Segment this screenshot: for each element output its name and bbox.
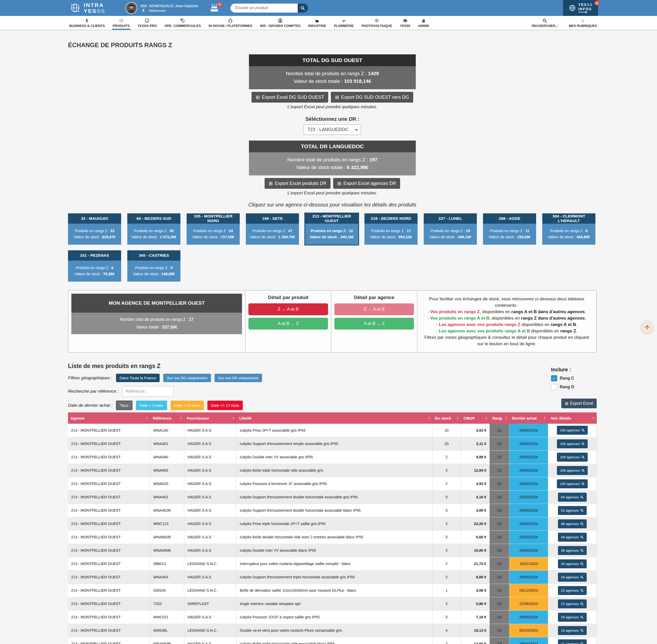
nav-item-industrie[interactable]: INDUSTRIE [308, 16, 327, 30]
nav-item-rechercher[interactable]: RECHERCHER... [531, 16, 559, 30]
agency-card-105-montpellier-nord[interactable]: 105 - MONTPELLIER NORDProduits en rangs … [187, 213, 240, 245]
reference-link[interactable]: WNA682B [150, 530, 184, 544]
voir-details-button[interactable]: 158 agences [557, 439, 588, 448]
nav-item-in-house-plateformes[interactable]: IN HOUSE / PLATEFORMES [208, 16, 253, 30]
reference-search-input[interactable] [123, 386, 174, 396]
filter-date-17-mois-button[interactable]: Date >= 17 mois [207, 400, 243, 410]
avatar[interactable] [126, 2, 137, 14]
voir-details-button[interactable]: 51 agences [558, 506, 587, 515]
agence-z-vers-ab-button[interactable]: Z → A et B [334, 303, 414, 315]
reference-link[interactable]: WNA683 [150, 464, 184, 477]
agency-card-198-sete[interactable]: 198 - SETEProduits en rangs Z : 47Valeur… [246, 213, 299, 245]
birthday-cake-button[interactable]: 11 [210, 4, 219, 12]
voir-details-button[interactable]: 106 agences [557, 466, 588, 475]
agency-card-304-clermont-l-herault[interactable]: 304 - CLERMONT L'HERAULTProduits en rang… [542, 213, 595, 245]
column-header-en-stock[interactable]: En stock▴▾ [433, 412, 461, 424]
agency-card-288-agde[interactable]: 288 - AGDEProduits en rangs Z : 11Valeur… [483, 213, 536, 245]
agency-card-title: 331 - PEZENAS [68, 250, 121, 260]
reference-link[interactable]: WNC021 [150, 611, 184, 624]
agency-card-345-castries[interactable]: 345 - CASTRIESProduits en rangs Z : 5Val… [127, 250, 180, 282]
filter-sur-ma-dg-uniquement-button[interactable]: Sur ma DG uniquement [163, 374, 211, 382]
agency-card-218-beziers-nord[interactable]: 218 - BEZIERS NORDProduits en rangs Z : … [365, 213, 418, 245]
agency-card-213-montpellier-ouest[interactable]: 213 - MONTPELLIER OUESTProduits en rangs… [305, 213, 358, 245]
export-excel-produits-dr-button[interactable]: ⊞Export Excel produits DR [265, 178, 331, 189]
export-dg-vers-dg-button[interactable]: ⊞Export DG SUD OUEST vers DG [331, 92, 413, 102]
column-header-fournisseur[interactable]: Fournisseur▴▾ [184, 412, 237, 424]
voir-details-button[interactable]: 109 agences [557, 453, 588, 462]
voir-details-button[interactable]: 15 agences [558, 626, 587, 635]
agence-ab-vers-z-button[interactable]: A et B → Z [334, 318, 414, 329]
export-excel-dg-button[interactable]: ⊞Export Excel DG SUD OUEST [251, 92, 328, 102]
agency-card-227-lunel[interactable]: 227 - LUNELProduits en rangs Z : 15Valeu… [424, 213, 477, 245]
filter-date-3-mois-button[interactable]: Date < 3 mois [136, 400, 167, 410]
export-excel-agences-dr-button[interactable]: ⊞Export Excel agences DR [333, 178, 400, 189]
reference-link[interactable]: 069538L [150, 624, 184, 637]
nav-item-mes-rubriques[interactable]: ☆ MES RUBRIQUES [568, 16, 597, 30]
nav-item-produits[interactable]: PRODUITS [112, 16, 130, 30]
agency-card-60-beziers-sud[interactable]: 60 - BEZIERS SUDProduits en rangs Z : 32… [127, 213, 180, 245]
voir-details-button[interactable]: 44 agences [558, 533, 587, 542]
intra-yesss-logo[interactable]: INTRA YESSS [69, 2, 106, 14]
reference-link[interactable]: WNA402B [150, 504, 184, 517]
voir-details-button[interactable]: 36 agences [558, 546, 587, 555]
filter-dans-toute-la-france-button[interactable]: Dans Toute la France [116, 374, 160, 382]
voir-details-button[interactable]: 35 agences [558, 559, 587, 568]
reference-link[interactable]: WNA402 [150, 490, 184, 504]
rang-c-checkbox[interactable]: ✓ [551, 375, 557, 382]
column-header-dernier-achat[interactable]: Dernier achat▴▾ [509, 412, 548, 424]
reference-link[interactable]: 086013 [150, 557, 184, 570]
column-header-voir-d-tails[interactable]: Voir détails▴▾ [548, 412, 596, 424]
product-search-input[interactable] [231, 4, 298, 13]
nav-item-business-clients[interactable]: € BUSINESS & CLIENTS [69, 16, 106, 30]
voir-details-button[interactable]: 26 agences [558, 573, 587, 582]
voir-details-button[interactable]: 20 agences [558, 613, 587, 622]
product-search-button[interactable] [298, 4, 308, 13]
yesss-infos-button[interactable]: YESSS INFOS 11 [563, 0, 598, 16]
reference-link[interactable]: WNA683B [150, 637, 184, 644]
nav-item-grands-comptes[interactable]: 855 - GRANDS COMPTES [260, 16, 301, 30]
reference-link[interactable]: WNA403 [150, 570, 184, 584]
produit-ab-vers-z-button[interactable]: A et B → Z [248, 318, 328, 329]
voir-details-button[interactable]: 100 agences [557, 479, 588, 488]
filter-tous-button[interactable]: Tous [116, 400, 132, 410]
table-row: 213 - MONTPELLIER OUESTWNA683BHAGER S.A.… [68, 637, 597, 644]
nav-item-photovoltaique[interactable]: PHOTOVOLTAIQUE [361, 16, 393, 30]
column-header-cmup[interactable]: CMUP▴▾ [461, 412, 490, 424]
reference-link[interactable]: WNA100 [150, 424, 184, 437]
reference-link[interactable]: WNA040 [150, 451, 184, 464]
column-header-r-f-rence[interactable]: Référence▴▾ [150, 412, 184, 424]
reference-link[interactable]: 7203 [150, 597, 184, 611]
voir-details-button[interactable]: 192 agences [557, 426, 588, 435]
column-header-libell[interactable]: Libellé▴▾ [237, 412, 433, 424]
produit-z-vers-ab-button[interactable]: Z → A et B [248, 303, 328, 315]
reference-link[interactable]: WNA020 [150, 477, 184, 490]
agency-card-32-mauguio[interactable]: 32 - MAUGUIOProduits en rangs Z : 22Vale… [68, 213, 121, 245]
reference-link[interactable]: WNC123 [150, 517, 184, 530]
nav-item-ope-commerciales[interactable]: OPE. COMMERCIALES [164, 16, 201, 30]
voir-details-button[interactable]: 22 agences [558, 599, 587, 608]
voir-details-button[interactable]: 11 agences [558, 639, 587, 644]
column-header-agence[interactable]: Agence▴▾ [68, 412, 150, 424]
voir-details-button[interactable]: 46 agences [558, 519, 587, 528]
reference-link[interactable]: WNA401 [150, 437, 184, 451]
nav-item-yesss-pro[interactable]: YESSS PRO [137, 16, 157, 30]
filter-sur-ma-dr-uniquement-button[interactable]: Sur ma DR uniquement [215, 374, 262, 382]
voir-details-button[interactable]: 23 agences [558, 586, 587, 595]
include-option-rang-c[interactable]: ✓Rang C [551, 375, 574, 382]
filter-date-17-mois-button[interactable]: Date < 17 mois [171, 400, 204, 410]
nav-item-yes55[interactable]: YES55 [399, 16, 411, 30]
voir-details-button[interactable]: 84 agences [558, 493, 587, 502]
export-excel-button[interactable]: ⊞Export Excel [561, 398, 597, 408]
column-header-rang[interactable]: Rang▴▾ [490, 412, 509, 424]
reference-link[interactable]: WNA040B [150, 544, 184, 557]
reference-link[interactable]: 030326 [150, 584, 184, 597]
nav-item-admin[interactable]: ADMIN [418, 16, 430, 30]
agency-card-331-pezenas[interactable]: 331 - PEZENASProduits en rangs Z : 6Vale… [68, 250, 121, 282]
include-option-rang-d[interactable]: Rang D [551, 384, 574, 390]
rang-d-checkbox[interactable] [551, 384, 557, 390]
voir-details-cell: 26 agences [548, 570, 596, 584]
nav-item-plomberie[interactable]: PLOMBERIE [333, 16, 354, 30]
user-block[interactable]: 666 ARMENGAUD Jean-baptiste Webmaster [140, 4, 198, 13]
scroll-to-top-button[interactable] [641, 321, 653, 334]
dr-select[interactable]: 723 - LANGUEDOC [304, 124, 361, 135]
